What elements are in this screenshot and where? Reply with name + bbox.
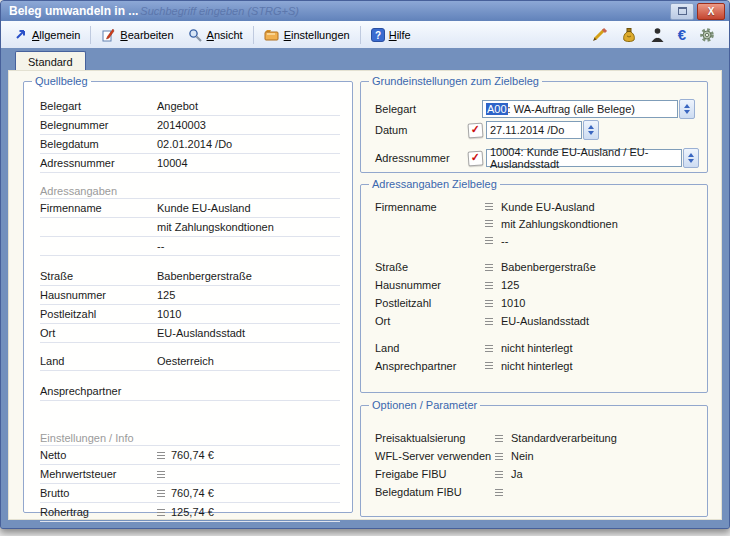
field-label: Firmenname <box>375 201 485 213</box>
lines-bullet-icon <box>485 318 493 325</box>
row-ansprechpartner: Ansprechpartner <box>40 382 340 401</box>
spacer <box>40 256 340 267</box>
lines-bullet-icon <box>485 220 493 227</box>
row-belegart: BelegartAngebot <box>40 97 340 116</box>
row-firmenname-3: -- <box>40 237 340 256</box>
window-controls: X <box>670 3 725 20</box>
menu-einstellungen[interactable]: Einstellungen <box>257 26 357 43</box>
adressnummer-check-icon[interactable]: ✓ <box>467 150 483 166</box>
field-label: Adressnummer <box>375 152 468 164</box>
row-belegdatum-fibu: Belegdatum FIBU <box>375 483 697 501</box>
panel-optionen: Optionen / Parameter PreisaktualsierungS… <box>360 399 708 517</box>
spacer <box>375 330 697 339</box>
row-rohertrag: Rohertrag125,74 € <box>40 503 340 522</box>
toolbar: Allgemein Bearbeiten Ansicht Einstellung… <box>1 21 729 49</box>
datum-field[interactable]: 27.11.2014 /Do <box>486 121 582 139</box>
menu-hilfe[interactable]: ? Hilfe <box>364 26 418 44</box>
field-label: Land <box>375 342 485 354</box>
help-icon: ? <box>371 28 385 42</box>
tab-standard[interactable]: Standard <box>15 51 86 71</box>
field-label: Postleitzahl <box>375 297 485 309</box>
row-belegnummer: Belegnummer20140003 <box>40 116 340 135</box>
zieladresse-rows: FirmennameKunde EU-Ausland mit Zahlungsk… <box>361 190 707 374</box>
row-ort: OrtEU-Auslandsstadt <box>40 324 340 343</box>
field-value: 125 <box>501 279 519 291</box>
field-value: 760,74 € <box>171 487 214 499</box>
field-value: 760,74 € <box>171 449 214 461</box>
panel-grundeinstellungen-title: Grundeinstellungen zum Zielbeleg <box>369 75 542 87</box>
adressnummer-value: 10004: Kunde EU-Ausland / EU-Auslandssta… <box>490 146 678 170</box>
euro-icon[interactable]: € <box>678 28 686 42</box>
maximize-button[interactable] <box>670 3 694 20</box>
belegart-spinner[interactable] <box>679 99 695 119</box>
person-icon[interactable] <box>650 27 665 43</box>
field-label: Ort <box>375 315 485 327</box>
field-label: Ansprechpartner <box>375 360 485 372</box>
lines-bullet-icon <box>157 452 165 459</box>
toolbar-separator <box>360 26 361 44</box>
spacer <box>40 173 340 182</box>
field-value: Standardverarbeitung <box>511 432 617 444</box>
row-ziel-ort: OrtEU-Auslandsstadt <box>375 312 697 330</box>
field-value: 1010 <box>157 308 340 320</box>
field-value: 20140003 <box>157 119 340 131</box>
arrow-up-right-icon <box>14 28 28 41</box>
menu-bearbeiten[interactable]: Bearbeiten <box>94 26 180 44</box>
field-label: Rohertrag <box>40 506 157 518</box>
money-bag-icon[interactable] <box>621 27 637 43</box>
spin-up-icon <box>588 125 594 129</box>
tab-standard-label: Standard <box>28 56 73 68</box>
lines-bullet-icon <box>157 471 165 478</box>
field-label: Land <box>40 355 157 367</box>
field-value: 1010 <box>501 297 525 309</box>
gear-icon[interactable] <box>699 27 715 43</box>
field-label: Ansprechpartner <box>40 385 157 397</box>
spacer <box>40 401 340 429</box>
row-firmenname-2: mit Zahlungskondtionen <box>40 218 340 237</box>
field-value: nicht hinterlegt <box>501 360 573 372</box>
field-value: Kunde EU-Ausland <box>157 202 340 214</box>
field-value: 02.01.2014 /Do <box>157 138 340 150</box>
field-value: -- <box>157 240 340 252</box>
panel-quellbeleg: Quellbeleg BelegartAngebot Belegnummer20… <box>23 75 353 513</box>
lines-bullet-icon <box>157 490 165 497</box>
spin-down-icon <box>684 110 690 114</box>
datum-check-icon[interactable]: ✓ <box>467 122 483 138</box>
adressnummer-spinner[interactable] <box>683 148 699 168</box>
menu-ansicht[interactable]: Ansicht <box>181 26 250 44</box>
lines-bullet-icon <box>485 300 493 307</box>
toolbar-separator <box>90 26 91 44</box>
row-mehrwertsteuer: Mehrwertsteuer <box>40 465 340 484</box>
field-label: Postleitzahl <box>40 308 157 320</box>
row-ziel-belegart: Belegart A00 : WA-Auftrag (alle Belege) <box>375 99 699 119</box>
row-strasse: StraßeBabenbergerstraße <box>40 267 340 286</box>
belegart-dropdown[interactable]: A00 : WA-Auftrag (alle Belege) <box>482 100 678 118</box>
field-value: mit Zahlungskondtionen <box>501 218 618 230</box>
menu-allgemein[interactable]: Allgemein <box>7 26 87 43</box>
spacer <box>40 343 340 352</box>
field-value: Babenbergerstraße <box>501 261 596 273</box>
row-belegdatum: Belegdatum02.01.2014 /Do <box>40 135 340 154</box>
row-ziel-firmenname-3: -- <box>375 232 697 249</box>
lines-bullet-icon <box>485 282 493 289</box>
row-land: LandOesterreich <box>40 352 340 371</box>
panel-zieladresse: Adressangaben Zielbeleg FirmennameKunde … <box>360 178 708 393</box>
datum-spinner[interactable] <box>583 120 599 140</box>
lines-bullet-icon <box>495 435 503 442</box>
spin-down-icon <box>588 131 594 135</box>
field-label: Belegart <box>40 100 157 112</box>
pen-icon[interactable] <box>591 27 608 42</box>
adressnummer-field[interactable]: 10004: Kunde EU-Ausland / EU-Auslandssta… <box>486 149 682 167</box>
field-label: Belegnummer <box>40 119 157 131</box>
datum-value: 27.11.2014 /Do <box>490 124 564 136</box>
row-ziel-datum: Datum ✓ 27.11.2014 /Do <box>375 120 699 140</box>
optionen-rows: PreisaktualsierungStandardverarbeitung W… <box>361 411 707 501</box>
close-button[interactable]: X <box>697 3 725 20</box>
field-label: Belegdatum <box>40 138 157 150</box>
field-value: EU-Auslandsstadt <box>157 327 340 339</box>
window-body: Standard Quellbeleg BelegartAngebot Bele… <box>1 48 729 528</box>
field-value: Babenbergerstraße <box>157 270 340 282</box>
lines-bullet-icon <box>485 264 493 271</box>
row-ziel-ansprechpartner: Ansprechpartnernicht hinterlegt <box>375 357 697 374</box>
field-label: Belegart <box>375 103 468 115</box>
